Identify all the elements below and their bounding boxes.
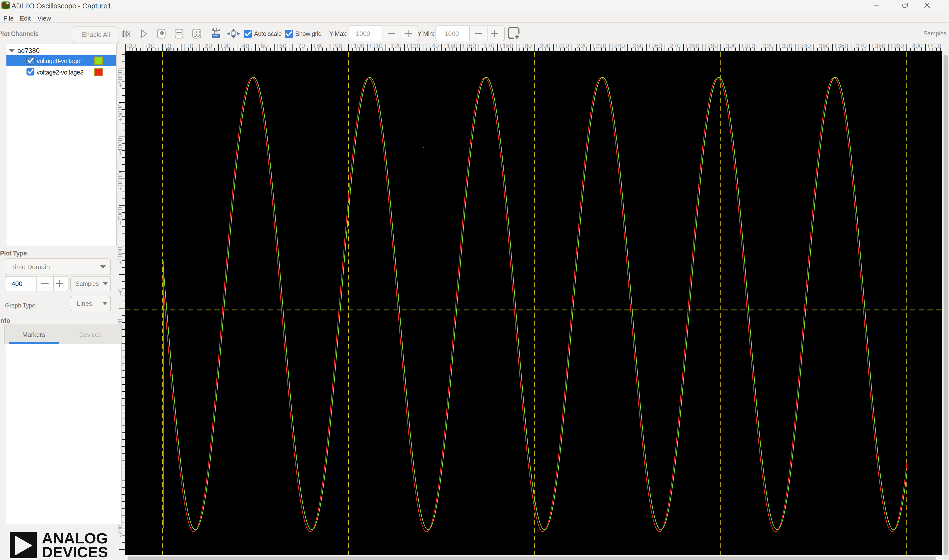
svg-text:Plot Type: Plot Type [0, 249, 27, 257]
svg-text:ad7380: ad7380 [17, 47, 40, 54]
svg-text:Info: Info [0, 317, 11, 324]
svg-text:1000: 1000 [356, 30, 370, 37]
svg-text:+280: +280 [685, 42, 700, 49]
svg-text:Devices: Devices [79, 331, 102, 338]
svg-text:DEVICES: DEVICES [42, 544, 108, 560]
svg-text:-20: -20 [126, 42, 136, 49]
svg-text:400: 400 [12, 280, 22, 288]
svg-text:+30: +30 [220, 42, 231, 49]
svg-text:+260: +260 [648, 42, 662, 49]
svg-text:-10: -10 [145, 42, 155, 49]
svg-text:+340: +340 [797, 42, 811, 49]
svg-text:Show grid: Show grid [295, 30, 321, 37]
svg-text:Time Domain: Time Domain [11, 263, 50, 271]
svg-text:+10: +10 [183, 42, 193, 49]
svg-text:Y Max:: Y Max: [329, 30, 348, 37]
svg-text:Samples: Samples [75, 280, 99, 287]
svg-text:+300: +300 [722, 42, 737, 49]
svg-text:+320: +320 [759, 42, 774, 49]
svg-text:+360: +360 [834, 42, 848, 49]
svg-text:voltage0-voltage1: voltage0-voltage1 [37, 57, 83, 65]
svg-text:Auto scale: Auto scale [254, 30, 282, 37]
svg-text:Markers: Markers [22, 331, 45, 338]
svg-text:Y Min:: Y Min: [418, 30, 434, 37]
svg-text:-1000: -1000 [443, 30, 459, 37]
svg-text:Lines: Lines [77, 300, 92, 307]
svg-text:voltage2-voltage3: voltage2-voltage3 [37, 69, 83, 76]
svg-text:+20: +20 [201, 42, 212, 49]
svg-text:Graph Type:: Graph Type: [5, 302, 37, 309]
svg-text:+380: +380 [871, 42, 885, 49]
